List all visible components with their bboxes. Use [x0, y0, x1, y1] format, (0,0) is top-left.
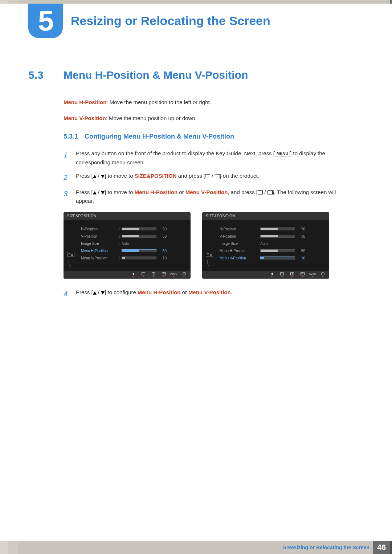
osd-vpos-label: V-Position	[220, 234, 256, 238]
step2-text-b: ] to move to	[105, 173, 135, 179]
enter-icon	[268, 190, 273, 194]
osd-plus-button	[290, 272, 294, 277]
chapter-title: Resizing or Relocating the Screen	[71, 14, 270, 28]
menu-h-label: Menu H-Position	[64, 99, 106, 105]
menu-key-icon: MENU	[275, 151, 290, 156]
osd-header: SIZE&POSITION	[202, 212, 329, 220]
up-arrow-icon	[93, 175, 97, 178]
osd-mvpos-label: Menu V-Position	[81, 256, 117, 260]
osd-panel-right: SIZE&POSITION H-Position:50 V-Position:5…	[202, 212, 329, 279]
osd-footer: AUTO	[202, 271, 329, 279]
osd-auto-button: AUTO	[310, 272, 315, 277]
step2-text-d: ] on the product.	[220, 173, 259, 179]
step-1: 1 Press any button on the front of the p…	[64, 149, 350, 167]
down-arrow-icon	[101, 175, 105, 178]
osd-power-button	[320, 272, 325, 277]
step3-text-c: , and press [	[228, 189, 258, 195]
source-icon	[205, 174, 210, 178]
step4-text-a: Press [	[76, 289, 93, 295]
osd-hpos-label: H-Position	[81, 227, 117, 231]
section-number: 5.3	[28, 69, 56, 81]
osd-footer: AUTO	[64, 271, 191, 279]
subsection-heading: 5.3.1 Configuring Menu H-Position & Menu…	[64, 133, 350, 140]
step3-text-b: ] to move to	[105, 189, 135, 195]
osd-minus-button	[141, 272, 146, 277]
enter-icon	[215, 174, 220, 178]
top-accent-stripe	[0, 0, 392, 4]
osd-enter-button	[300, 272, 305, 277]
subsection-title: Configuring Menu H-Position & Menu V-Pos…	[85, 133, 234, 140]
section-heading: 5.3 Menu H-Position & Menu V-Position	[28, 69, 362, 81]
osd-mvpos-value: 10	[156, 256, 167, 260]
up-arrow-icon	[93, 291, 97, 295]
osd-category-icon	[206, 252, 213, 257]
step-4: 4 Press [ / ] to configure Menu H-Positi…	[64, 288, 350, 300]
menu-v-label: Menu V-Position	[64, 115, 106, 121]
step4-text-b: ] to configure	[105, 289, 138, 295]
step1-text-a: Press any button on the front of the pro…	[76, 150, 275, 156]
chapter-number-badge: 5	[28, 4, 63, 38]
osd-category-icon	[67, 252, 74, 257]
intro-h-paragraph: Menu H-Position: Move the menu position …	[64, 98, 350, 107]
menu-v-keyword: Menu V-Position	[188, 289, 231, 295]
osd-back-button	[270, 272, 274, 277]
osd-imgsize-label: Image Size	[81, 242, 117, 246]
step-number: 1	[64, 149, 70, 167]
osd-header: SIZE&POSITION	[64, 212, 191, 220]
osd-imgsize-value: Auto	[122, 242, 129, 246]
osd-mvpos-value: 10	[295, 256, 305, 260]
step2-text-a: Press [	[76, 173, 93, 179]
step3-or: or	[177, 189, 185, 195]
osd-auto-button: AUTO	[172, 272, 176, 277]
step-number: 2	[64, 172, 70, 184]
footer-chapter-num: 5	[283, 545, 286, 550]
section-title: Menu H-Position & Menu V-Position	[64, 69, 248, 81]
osd-imgsize-value: Auto	[260, 242, 268, 246]
up-arrow-icon	[93, 191, 97, 194]
osd-mvpos-label: Menu V-Position	[220, 256, 256, 260]
osd-mhpos-label: Menu H-Position	[81, 249, 117, 253]
footer-text: 5 Resizing or Relocating the Screen	[283, 545, 369, 550]
osd-power-button	[182, 272, 186, 277]
osd-swoosh	[69, 260, 79, 269]
menu-h-text: : Move the menu position to the left or …	[106, 99, 211, 105]
footer-chapter-title: Resizing or Relocating the Screen	[287, 545, 369, 550]
step-number: 3	[64, 188, 70, 206]
intro-v-paragraph: Menu V-Position: Move the menu position …	[64, 114, 350, 123]
osd-hpos-value: 50	[156, 227, 167, 231]
osd-mhpos-value: 50	[156, 249, 167, 253]
osd-vpos-value: 50	[156, 234, 167, 238]
osd-panels: SIZE&POSITION H-Position:50 V-Position:5…	[64, 212, 350, 279]
osd-panel-left: SIZE&POSITION H-Position:50 V-Position:5…	[64, 212, 191, 279]
osd-hpos-label: H-Position	[220, 227, 256, 231]
osd-minus-button	[280, 272, 284, 277]
menu-h-keyword: Menu H-Position	[135, 189, 177, 195]
osd-plus-button	[151, 272, 156, 277]
size-position-keyword: SIZE&POSITION	[135, 173, 177, 179]
osd-vpos-value: 50	[295, 234, 305, 238]
menu-v-keyword: Menu V-Position	[185, 189, 228, 195]
page-number: 46	[373, 541, 390, 554]
subsection-number: 5.3.1	[64, 133, 78, 140]
osd-mhpos-value: 50	[295, 249, 305, 253]
down-arrow-icon	[101, 291, 105, 295]
osd-hpos-value: 50	[295, 227, 305, 231]
osd-vpos-label: V-Position	[81, 234, 117, 238]
step2-text-c: and press [	[177, 173, 205, 179]
source-icon	[258, 190, 263, 194]
down-arrow-icon	[101, 191, 105, 194]
menu-h-keyword: Menu H-Position	[138, 289, 180, 295]
osd-imgsize-label: Image Size	[220, 242, 256, 246]
page-content: 5.3 Menu H-Position & Menu V-Position Me…	[28, 69, 362, 304]
osd-mhpos-label: Menu H-Position	[220, 249, 256, 253]
page-footer: 5 Resizing or Relocating the Screen 46	[0, 541, 392, 554]
step4-or: or	[180, 289, 188, 295]
osd-swoosh	[207, 260, 218, 269]
step4-text-c: .	[231, 289, 232, 295]
step3-text-a: Press [	[76, 189, 93, 195]
osd-enter-button	[162, 272, 166, 277]
step-number: 4	[64, 288, 70, 300]
step-3: 3 Press [ / ] to move to Menu H-Position…	[64, 188, 350, 206]
osd-back-button	[131, 272, 135, 277]
menu-v-text: : Move the menu position up or down.	[106, 115, 197, 121]
